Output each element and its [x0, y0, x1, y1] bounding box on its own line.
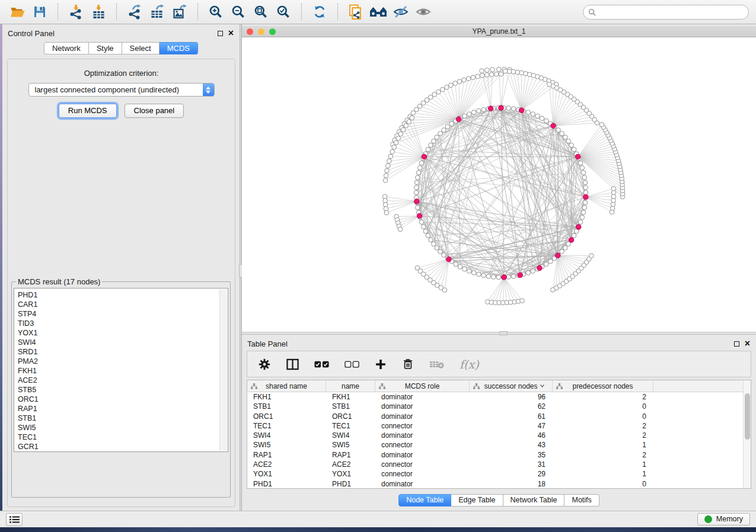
float-panel-icon[interactable]	[734, 341, 739, 347]
network-node[interactable]	[417, 165, 422, 170]
import-network-from-file-icon[interactable]	[66, 2, 86, 21]
network-node[interactable]	[583, 190, 588, 195]
network-node[interactable]	[511, 107, 516, 111]
network-node[interactable]	[572, 147, 576, 152]
network-node[interactable]	[442, 288, 447, 293]
table-row[interactable]: SWI4SWI4dominator462	[247, 431, 751, 440]
table-scrollbar[interactable]	[743, 380, 751, 488]
mcds-result-item[interactable]: SWI4	[18, 338, 228, 347]
mcds-result-item[interactable]: SWI5	[18, 423, 228, 432]
network-node[interactable]	[511, 274, 516, 279]
network-node[interactable]	[429, 238, 433, 242]
mcds-network-node[interactable]	[414, 199, 419, 204]
network-node[interactable]	[578, 220, 583, 225]
tab-select[interactable]: Select	[122, 42, 160, 55]
network-node[interactable]	[458, 264, 462, 269]
column-header-predecessor-nodes[interactable]: predecessor nodes	[553, 380, 653, 392]
network-node[interactable]	[410, 116, 414, 120]
network-node[interactable]	[572, 233, 576, 238]
search-input[interactable]	[599, 8, 744, 16]
network-node[interactable]	[385, 168, 390, 173]
float-panel-icon[interactable]	[218, 31, 223, 36]
network-node[interactable]	[471, 110, 476, 115]
network-node[interactable]	[467, 269, 471, 274]
tab-network-table[interactable]: Network Table	[503, 494, 565, 507]
network-node[interactable]	[563, 135, 568, 140]
network-node[interactable]	[384, 173, 388, 178]
network-node[interactable]	[480, 73, 485, 78]
network-node[interactable]	[429, 143, 433, 148]
network-node[interactable]	[544, 262, 549, 267]
network-node[interactable]	[489, 72, 494, 77]
mcds-network-node[interactable]	[422, 154, 427, 159]
network-node[interactable]	[414, 190, 419, 195]
network-node[interactable]	[444, 85, 449, 89]
network-node[interactable]	[560, 249, 564, 254]
table-options-gear-icon[interactable]	[258, 358, 271, 371]
network-node[interactable]	[471, 271, 476, 275]
import-table-from-file-icon[interactable]	[88, 2, 109, 21]
network-node[interactable]	[497, 67, 502, 72]
network-node[interactable]	[556, 128, 561, 133]
close-panel-button[interactable]: Close panel	[125, 104, 184, 118]
network-node[interactable]	[540, 116, 544, 121]
mcds-network-node[interactable]	[575, 154, 580, 159]
network-node[interactable]	[490, 68, 495, 72]
select-all-checkboxes-icon[interactable]	[314, 361, 329, 368]
network-node[interactable]	[383, 178, 388, 183]
deselect-all-checkboxes-icon[interactable]	[344, 361, 359, 368]
network-node[interactable]	[394, 140, 398, 145]
new-network-from-selection-icon[interactable]	[346, 2, 366, 21]
zoom-out-icon[interactable]	[228, 2, 248, 21]
network-node[interactable]	[563, 246, 568, 251]
network-node[interactable]	[589, 254, 594, 258]
mcds-result-item[interactable]: GCR1	[18, 442, 228, 451]
mcds-network-node[interactable]	[499, 105, 504, 111]
mcds-network-node[interactable]	[417, 213, 422, 219]
network-node[interactable]	[419, 161, 424, 165]
mcds-result-item[interactable]: PHD1	[18, 290, 228, 300]
mcds-network-node[interactable]	[551, 123, 556, 129]
network-node[interactable]	[384, 210, 389, 215]
network-node[interactable]	[566, 139, 571, 143]
task-history-button[interactable]	[6, 513, 23, 526]
mcds-result-item[interactable]: STB5	[18, 385, 228, 395]
tab-motifs[interactable]: Motifs	[564, 494, 599, 507]
network-node[interactable]	[581, 171, 586, 175]
network-node[interactable]	[486, 274, 491, 279]
split-panel-icon[interactable]	[286, 358, 299, 370]
network-node[interactable]	[581, 210, 586, 215]
mcds-result-item[interactable]: TEC1	[18, 432, 228, 442]
search-box[interactable]	[583, 5, 749, 20]
network-node[interactable]	[449, 121, 454, 126]
mcds-network-node[interactable]	[576, 225, 581, 230]
network-node[interactable]	[547, 82, 552, 86]
network-node[interactable]	[421, 225, 426, 229]
network-node[interactable]	[506, 275, 511, 280]
network-node[interactable]	[445, 124, 450, 129]
network-node[interactable]	[466, 76, 471, 81]
mcds-result-item[interactable]: YOX1	[18, 328, 228, 338]
zoom-in-icon[interactable]	[206, 2, 226, 21]
network-node[interactable]	[435, 135, 439, 140]
network-node[interactable]	[435, 246, 439, 251]
network-node[interactable]	[582, 205, 587, 210]
network-node[interactable]	[438, 132, 443, 136]
tab-network[interactable]: Network	[44, 42, 89, 55]
show-all-icon[interactable]	[413, 2, 433, 21]
list-scrollbar[interactable]	[219, 289, 227, 451]
network-node[interactable]	[390, 149, 395, 154]
export-table-icon[interactable]	[147, 2, 167, 21]
network-node[interactable]	[442, 253, 446, 258]
mcds-result-item[interactable]: STB1	[18, 414, 228, 423]
tab-edge-table[interactable]: Edge Table	[451, 494, 503, 507]
mcds-network-node[interactable]	[537, 265, 543, 271]
network-node[interactable]	[392, 145, 397, 150]
network-node[interactable]	[477, 272, 481, 277]
network-node[interactable]	[401, 127, 406, 132]
mcds-network-node[interactable]	[555, 253, 560, 258]
network-node[interactable]	[485, 68, 490, 73]
network-node[interactable]	[599, 123, 604, 127]
network-node[interactable]	[407, 120, 412, 124]
network-node[interactable]	[423, 229, 428, 233]
